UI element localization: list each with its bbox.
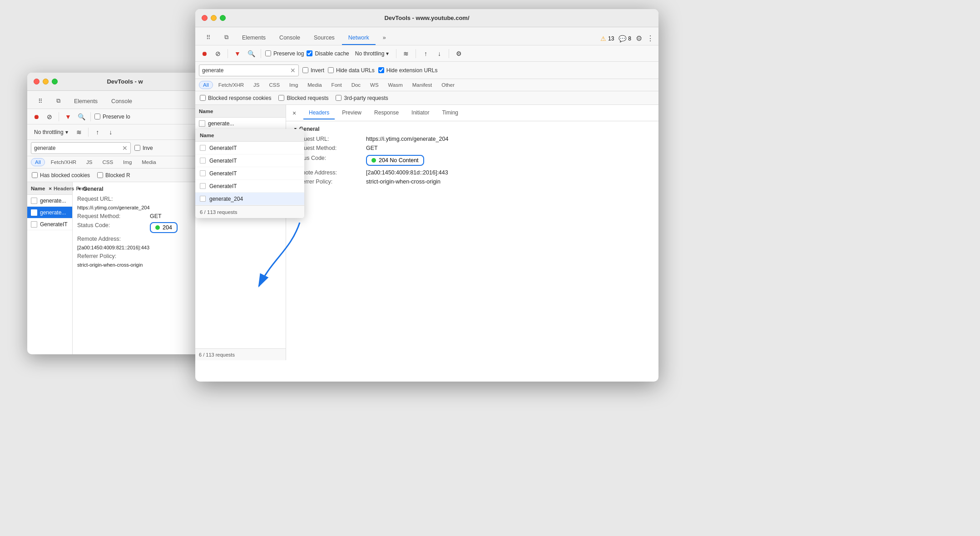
front-tab-elements[interactable]: Elements [236,31,272,45]
dropdown-item-3[interactable]: GenerateIT [195,180,304,193]
front-download-button[interactable]: ↓ [434,48,445,59]
front-network-settings[interactable]: ⚙ [453,48,464,59]
front-record-button[interactable]: ⏺ [199,48,210,59]
back-record-button[interactable]: ⏺ [31,111,42,122]
back-minimize-button[interactable] [43,79,49,84]
back-download-button[interactable]: ↓ [105,127,116,138]
back-tab-panel-icon[interactable]: ⠿ [32,94,49,109]
front-fullscreen-button[interactable] [220,15,226,21]
back-chip-img[interactable]: Img [119,158,136,166]
back-search-button[interactable]: 🔍 [76,111,87,122]
front-invert-input[interactable] [302,67,308,73]
front-settings-button[interactable]: ⚙ [636,34,642,43]
front-status-highlight-box: 204 No Content [366,155,424,166]
front-blocked-requests-cb[interactable]: Blocked requests [278,95,328,101]
back-preserve-log-checkbox[interactable]: Preserve lo [94,114,130,120]
front-chip-other[interactable]: Other [437,81,459,89]
dropdown-item-4-highlighted[interactable]: generate_204 [195,193,304,205]
front-search-box[interactable]: ✕ [199,65,299,76]
back-clear-button[interactable]: ⊘ [44,111,55,122]
front-invert-checkbox[interactable]: Invert [302,67,324,74]
front-search-button[interactable]: 🔍 [246,48,257,59]
front-disable-cache-checkbox[interactable]: Disable cache [307,50,349,57]
front-chip-all[interactable]: All [199,81,213,89]
front-tab-layout-icon[interactable]: ⧉ [218,31,235,45]
front-chip-font[interactable]: Font [327,81,346,89]
back-tab-bar: ⠿ ⧉ Elements Console [27,91,223,109]
front-row-generate1[interactable]: generate... [195,118,286,129]
back-blocked-r-checkbox[interactable]: Blocked R [97,172,130,179]
front-detail-tab-response[interactable]: Response [369,107,404,119]
front-detail-tab-preview[interactable]: Preview [337,107,367,119]
front-throttle-select[interactable]: No throttling ▾ [352,49,392,58]
back-chip-css[interactable]: CSS [98,158,117,166]
front-filter-button[interactable]: ▼ [232,48,243,59]
back-search-box[interactable]: ✕ [31,142,131,154]
back-blocked-cookies-checkbox[interactable]: Has blocked cookies [32,172,90,179]
front-more-button[interactable]: ⋮ [647,34,654,43]
back-close-header[interactable]: × [49,186,52,191]
front-chip-js[interactable]: JS [249,81,263,89]
front-search-input[interactable] [202,67,288,74]
front-hide-data-input[interactable] [328,67,334,73]
back-headers-tab-small[interactable]: Headers [54,186,74,191]
front-tab-network[interactable]: Network [342,31,376,45]
back-invert-checkbox[interactable]: Inve [134,145,153,151]
front-chip-css[interactable]: CSS [265,81,284,89]
back-chip-all[interactable]: All [31,158,45,166]
front-third-party-cb[interactable]: 3rd-party requests [336,95,388,101]
back-close-button[interactable] [34,79,40,84]
front-chip-img[interactable]: Img [285,81,302,89]
back-upload-button[interactable]: ↑ [92,127,103,138]
front-detail-tab-timing[interactable]: Timing [436,107,464,119]
front-hide-extension-checkbox[interactable]: Hide extension URLs [378,67,438,74]
front-chip-manifest[interactable]: Manifest [408,81,436,89]
back-tab-elements[interactable]: Elements [68,95,104,109]
front-chip-wasm[interactable]: Wasm [384,81,407,89]
back-search-row: ✕ Inve [27,140,223,156]
front-preserve-log-checkbox[interactable]: Preserve log [265,50,304,57]
back-search-clear[interactable]: ✕ [122,144,128,152]
dropdown-item-0[interactable]: GenerateIT [195,142,304,154]
front-tab-panel-icon[interactable]: ⠿ [200,31,217,45]
back-preserve-log-input[interactable] [94,114,100,119]
front-search-row: ✕ Invert Hide data URLs Hide extension U… [195,62,658,79]
back-row-generate2-selected[interactable]: generate... [27,207,72,218]
back-filter-button[interactable]: ▼ [63,111,74,122]
front-upload-button[interactable]: ↑ [420,48,431,59]
front-chip-doc[interactable]: Doc [347,81,365,89]
back-tab-console[interactable]: Console [105,95,139,109]
front-hide-ext-input[interactable] [378,67,384,73]
front-disable-cache-input[interactable] [307,50,312,56]
back-chip-fetch[interactable]: Fetch/XHR [47,158,80,166]
back-chip-js[interactable]: JS [82,158,96,166]
front-minimize-button[interactable] [211,15,217,21]
front-chip-ws[interactable]: WS [366,81,383,89]
front-close-button[interactable] [202,15,208,21]
front-search-clear[interactable]: ✕ [290,67,296,74]
back-tab-layout-icon[interactable]: ⧉ [50,94,67,109]
front-tab-sources[interactable]: Sources [307,31,341,45]
front-details-close[interactable]: × [290,109,299,118]
front-detail-tab-headers[interactable]: Headers [303,107,335,119]
front-tab-console[interactable]: Console [273,31,307,45]
back-row-generateit[interactable]: GenerateIT [27,218,72,230]
back-fullscreen-button[interactable] [52,79,58,84]
front-preserve-log-input[interactable] [265,50,271,56]
front-hide-data-checkbox[interactable]: Hide data URLs [328,67,375,74]
front-clear-button[interactable]: ⊘ [213,48,223,59]
back-invert-input[interactable] [134,145,140,151]
front-blocked-cookies-cb[interactable]: Blocked response cookies [200,95,271,101]
back-network-list: Name × Headers Prev generate... generate… [27,182,73,354]
front-warning-icon: ⚠ [600,35,606,42]
dropdown-item-2[interactable]: GenerateIT [195,167,304,180]
front-chip-media[interactable]: Media [303,81,326,89]
front-detail-tab-initiator[interactable]: Initiator [406,107,435,119]
dropdown-item-1[interactable]: GenerateIT [195,154,304,167]
front-chip-fetch[interactable]: Fetch/XHR [214,81,248,89]
front-tab-more[interactable]: » [376,31,392,45]
back-row-generate1[interactable]: generate... [27,195,72,207]
back-throttle-select[interactable]: No throttling ▾ [31,128,71,137]
back-search-input[interactable] [34,145,120,151]
back-chip-media[interactable]: Media [138,158,160,166]
